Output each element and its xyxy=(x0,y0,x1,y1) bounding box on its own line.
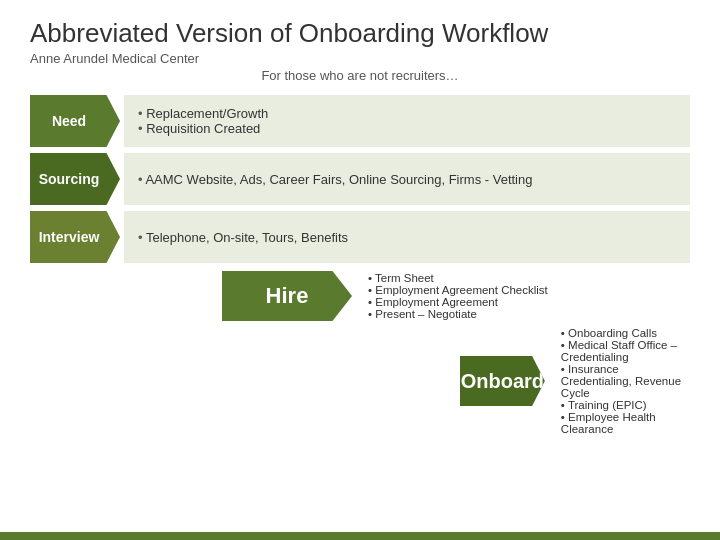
sourcing-list: AAMC Website, Ads, Career Fairs, Online … xyxy=(138,172,532,187)
onboard-note-1: Onboarding Calls xyxy=(561,327,690,339)
onboard-notes-list: Onboarding Calls Medical Staff Office – … xyxy=(561,327,690,435)
onboard-row: Onboard Onboarding Calls Medical Staff O… xyxy=(30,327,690,435)
tagline: For those who are not recruiters… xyxy=(30,68,690,83)
page-title: Abbreviated Version of Onboarding Workfl… xyxy=(30,18,690,49)
interview-label: Interview xyxy=(30,211,120,263)
interview-content: Telephone, On-site, Tours, Benefits xyxy=(124,211,690,263)
onboard-note-4: Training (EPIC) xyxy=(561,399,690,411)
need-label: Need xyxy=(30,95,120,147)
hire-note-1: Term Sheet xyxy=(368,272,548,284)
hire-notes: Term Sheet Employment Agreement Checklis… xyxy=(368,272,548,320)
interview-list: Telephone, On-site, Tours, Benefits xyxy=(138,230,348,245)
sourcing-item-1: AAMC Website, Ads, Career Fairs, Online … xyxy=(138,172,532,187)
hire-row: Hire Term Sheet Employment Agreement Che… xyxy=(30,271,690,321)
sourcing-content: AAMC Website, Ads, Career Fairs, Online … xyxy=(124,153,690,205)
need-item-2: Requisition Created xyxy=(138,121,268,136)
onboard-note-5: Employee Health Clearance xyxy=(561,411,690,435)
hire-notes-list: Term Sheet Employment Agreement Checklis… xyxy=(368,272,548,320)
hire-note-2: Employment Agreement Checklist xyxy=(368,284,548,296)
need-content: Replacement/Growth Requisition Created xyxy=(124,95,690,147)
need-item-1: Replacement/Growth xyxy=(138,106,268,121)
hire-onboard-section: Hire Term Sheet Employment Agreement Che… xyxy=(30,271,690,435)
hire-note-3: Employment Agreement xyxy=(368,296,548,308)
hire-note-4: Present – Negotiate xyxy=(368,308,548,320)
sourcing-row: Sourcing AAMC Website, Ads, Career Fairs… xyxy=(30,153,690,205)
subtitle: Anne Arundel Medical Center xyxy=(30,51,690,66)
onboard-note-2: Medical Staff Office – Credentialing xyxy=(561,339,690,363)
need-row: Need Replacement/Growth Requisition Crea… xyxy=(30,95,690,147)
interview-item-1: Telephone, On-site, Tours, Benefits xyxy=(138,230,348,245)
onboard-notes: Onboarding Calls Medical Staff Office – … xyxy=(561,327,690,435)
need-list: Replacement/Growth Requisition Created xyxy=(138,106,268,136)
hire-arrow: Hire xyxy=(222,271,352,321)
bottom-bar xyxy=(0,532,720,540)
interview-row: Interview Telephone, On-site, Tours, Ben… xyxy=(30,211,690,263)
slide: Abbreviated Version of Onboarding Workfl… xyxy=(0,0,720,540)
sourcing-label: Sourcing xyxy=(30,153,120,205)
onboard-note-3: Insurance Credentialing, Revenue Cycle xyxy=(561,363,690,399)
workflow: Need Replacement/Growth Requisition Crea… xyxy=(30,95,690,269)
onboard-arrow: Onboard xyxy=(460,356,545,406)
